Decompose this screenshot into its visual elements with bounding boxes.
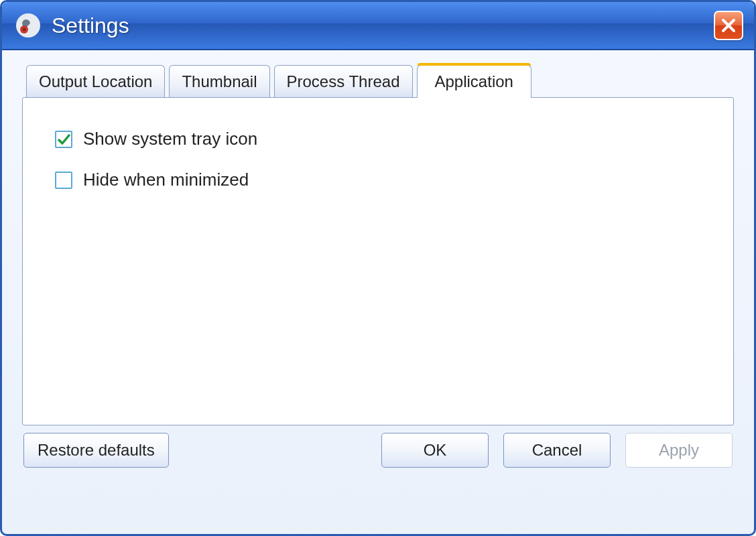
close-icon: [720, 17, 737, 34]
tab-label: Application: [435, 72, 513, 90]
tab-label: Output Location: [39, 72, 152, 90]
tab-strip: Output Location Thumbnail Process Thread…: [22, 65, 734, 98]
option-hide-when-minimized: Hide when minimized: [55, 170, 701, 190]
cancel-button[interactable]: Cancel: [503, 433, 611, 468]
tab-process-thread[interactable]: Process Thread: [274, 65, 413, 98]
option-label: Show system tray icon: [83, 129, 257, 149]
wrench-icon: [14, 11, 42, 40]
tab-panel-application: Show system tray icon Hide when minimize…: [22, 97, 734, 425]
button-label: Apply: [659, 441, 699, 460]
tab-thumbnail[interactable]: Thumbnail: [169, 65, 269, 98]
option-show-tray-icon: Show system tray icon: [55, 129, 701, 149]
titlebar[interactable]: Settings: [2, 2, 754, 50]
ok-button[interactable]: OK: [381, 433, 489, 468]
tab-output-location[interactable]: Output Location: [26, 65, 165, 98]
tab-label: Process Thread: [287, 72, 400, 90]
button-label: Cancel: [532, 441, 582, 460]
tab-label: Thumbnail: [182, 72, 257, 90]
button-label: Restore defaults: [38, 441, 155, 460]
dialog-body: Output Location Thumbnail Process Thread…: [2, 50, 754, 480]
window-title: Settings: [52, 13, 714, 38]
checkbox-hide-when-minimized[interactable]: [55, 172, 72, 189]
svg-point-2: [23, 28, 25, 31]
apply-button: Apply: [625, 433, 733, 468]
button-label: OK: [424, 441, 447, 460]
restore-defaults-button[interactable]: Restore defaults: [23, 433, 169, 468]
tab-application[interactable]: Application: [417, 65, 531, 98]
settings-dialog: Settings Output Location Thumbnail Proce…: [0, 0, 756, 536]
checkbox-show-tray-icon[interactable]: [55, 131, 72, 148]
button-row: Restore defaults OK Cancel Apply: [22, 426, 734, 468]
check-icon: [57, 133, 70, 146]
close-button[interactable]: [714, 11, 743, 40]
option-label: Hide when minimized: [83, 170, 249, 190]
